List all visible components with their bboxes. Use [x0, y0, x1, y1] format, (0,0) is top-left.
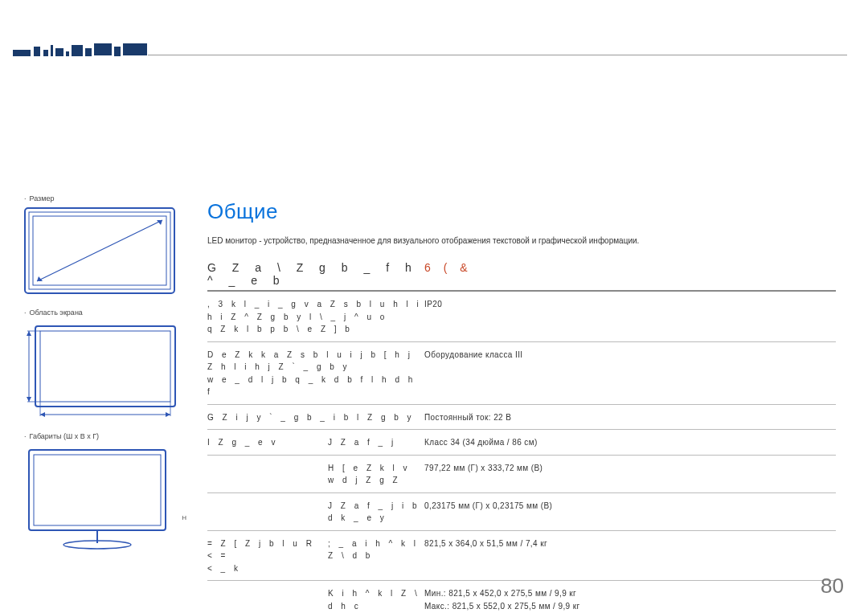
table-row: = Z [ Z j b l u R < = < _ k; _ a i h ^ k… — [207, 530, 836, 581]
spec-sublabel: H [ e Z k l v w d j Z g Z — [328, 455, 424, 492]
spec-value: 0,23175 мм (Г) x 0,23175 мм (В) — [424, 492, 836, 530]
spec-label — [207, 455, 328, 492]
table-row: G Z i j y ` _ g b _ i b l Z g b yПостоян… — [207, 404, 836, 430]
size-label-text: Размер — [30, 194, 55, 202]
main-content: Общие LED монитор - устройство, предназн… — [207, 199, 836, 613]
chapter-logo — [13, 42, 148, 56]
svg-marker-25 — [27, 331, 31, 336]
spec-sublabel: ; _ a i h ^ k l Z \ d b — [328, 530, 424, 581]
svg-rect-9 — [114, 47, 121, 56]
spec-value: 797,22 мм (Г) x 333,72 мм (В) — [424, 455, 836, 492]
table-row: I Z g _ e vJ Z a f _ jКласс 34 (34 дюйма… — [207, 430, 836, 456]
svg-rect-10 — [123, 43, 147, 55]
svg-line-14 — [37, 220, 162, 281]
svg-rect-7 — [85, 48, 92, 56]
svg-marker-26 — [27, 397, 31, 402]
svg-rect-3 — [51, 45, 53, 56]
spec-sublabel: K i h ^ k l Z \ d h c — [328, 581, 424, 614]
spec-value: IP20 — [424, 292, 836, 341]
specs-table: , 3 k l _ i _ g v a Z s b l u h l i h i … — [207, 292, 836, 613]
sidebar: Размер Область экрана — [24, 194, 180, 564]
spec-sublabel: J Z a f _ j i b d k _ e y — [328, 492, 424, 530]
spec-label: G Z i j y ` _ g b _ i b l Z g b y — [207, 404, 424, 430]
dimensions-diagram: H — [24, 445, 175, 550]
spec-value: Постоянный ток: 22 В — [424, 404, 836, 430]
spec-value: Мин.: 821,5 x 452,0 x 275,5 мм / 9,9 кг … — [424, 581, 836, 614]
svg-rect-18 — [40, 331, 170, 402]
spec-value: Класс 34 (34 дюйма / 86 см) — [424, 430, 836, 456]
svg-rect-30 — [34, 455, 161, 525]
svg-rect-1 — [34, 47, 40, 56]
svg-rect-0 — [13, 50, 31, 56]
screen-area-label-text: Область экрана — [30, 309, 83, 317]
svg-marker-21 — [166, 412, 170, 417]
spec-label — [207, 492, 328, 530]
model-name-value: 6 ( & — [424, 261, 473, 274]
spec-label: I Z g _ e v — [207, 430, 328, 456]
spec-label: , 3 k l _ i _ g v a Z s b l u h l i h i … — [207, 292, 424, 341]
svg-rect-4 — [55, 48, 63, 56]
h-mark: H — [182, 514, 186, 521]
spec-label: = Z [ Z j b l u R < = < _ k — [207, 530, 328, 581]
size-diagram — [24, 207, 175, 294]
intro-text: LED монитор - устройство, предназначенно… — [207, 235, 836, 247]
table-row: J Z a f _ j i b d k _ e y0,23175 мм (Г) … — [207, 492, 836, 530]
spec-label — [207, 581, 328, 614]
svg-rect-5 — [66, 51, 69, 56]
table-row: , 3 k l _ i _ g v a Z s b l u h l i h i … — [207, 292, 836, 341]
svg-marker-20 — [40, 412, 45, 417]
model-name-label: G Z a \ Z g b _ f h ^ _ e b — [207, 261, 424, 287]
spec-label: D e Z k k a Z s b l u i j b [ h j Z h l … — [207, 341, 424, 404]
model-row: G Z a \ Z g b _ f h ^ _ e b 6 ( & — [207, 261, 836, 292]
svg-rect-17 — [35, 326, 175, 407]
spec-value: 821,5 x 364,0 x 51,5 мм / 7,4 кг — [424, 530, 836, 581]
page-title: Общие — [207, 199, 836, 224]
svg-rect-29 — [29, 450, 166, 530]
table-row: H [ e Z k l v w d j Z g Z797,22 мм (Г) x… — [207, 455, 836, 492]
dimensions-label-text: Габариты (Ш х В х Г) — [30, 432, 100, 440]
table-row: D e Z k k a Z s b l u i j b [ h j Z h l … — [207, 341, 836, 404]
size-label: Размер — [24, 194, 180, 202]
screen-area-label: Область экрана — [24, 309, 180, 317]
table-row: K i h ^ k l Z \ d h cМин.: 821,5 x 452,0… — [207, 581, 836, 614]
dimensions-label: Габариты (Ш х В х Г) — [24, 432, 180, 440]
screen-area-diagram — [24, 321, 175, 418]
svg-rect-8 — [94, 43, 112, 55]
spec-sublabel: J Z a f _ j — [328, 430, 424, 456]
svg-rect-2 — [43, 50, 48, 56]
page-number: 80 — [821, 574, 844, 599]
spec-value: Оборудование класса III — [424, 341, 836, 404]
svg-rect-6 — [72, 45, 83, 56]
